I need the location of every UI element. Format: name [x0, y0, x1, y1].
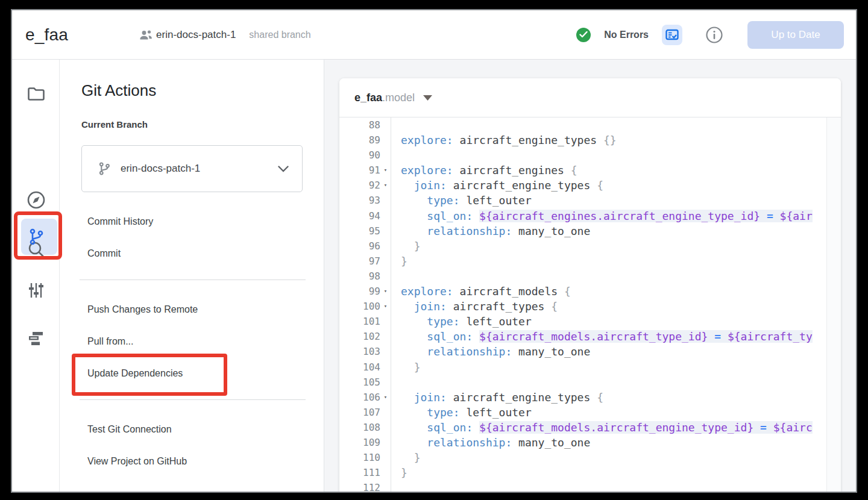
- code-text: type: left_outer: [391, 314, 841, 329]
- git-menu-item[interactable]: Commit: [81, 248, 306, 260]
- line-number: 99: [339, 284, 380, 299]
- code-text: }: [391, 465, 841, 480]
- code-line[interactable]: 103 relationship: many_to_one: [339, 344, 841, 359]
- sidebar-item-git-actions[interactable]: [12, 223, 60, 250]
- lookml-validator-button[interactable]: [662, 25, 682, 45]
- code-line[interactable]: 90: [339, 148, 841, 163]
- code-line[interactable]: 107 type: left_outer: [339, 405, 841, 420]
- fold-toggle-icon[interactable]: ▾: [380, 390, 391, 405]
- code-line[interactable]: 91▾explore: aircraft_engines {: [339, 163, 841, 178]
- code-text: sql_on: ${aircraft_models.aircraft_type_…: [391, 329, 841, 344]
- line-number: 104: [339, 360, 380, 375]
- code-text: relationship: many_to_one: [391, 435, 841, 450]
- code-text: sql_on: ${aircraft_models.aircraft_engin…: [391, 420, 841, 435]
- top-header: e_faa erin-docs-patch-1 shared branch No…: [12, 10, 856, 60]
- fold-spacer: [380, 148, 391, 163]
- up-to-date-button[interactable]: Up to Date: [747, 21, 844, 49]
- fold-spacer: [380, 133, 391, 148]
- code-line[interactable]: 101 type: left_outer: [339, 314, 841, 329]
- code-line[interactable]: 109 relationship: many_to_one: [339, 435, 841, 450]
- code-line[interactable]: 102 sql_on: ${aircraft_models.aircraft_t…: [339, 329, 841, 344]
- icon-rail: [12, 60, 60, 492]
- code-line[interactable]: 88: [339, 117, 841, 133]
- code-text: type: left_outer: [391, 193, 841, 208]
- fold-toggle-icon[interactable]: ▾: [380, 284, 391, 299]
- sidebar-item-explore[interactable]: [12, 187, 60, 213]
- code-line[interactable]: 111}: [339, 465, 841, 480]
- code-line[interactable]: 92▾ join: aircraft_engine_types {: [339, 178, 841, 193]
- code-line[interactable]: 95 relationship: many_to_one: [339, 223, 841, 239]
- code-line[interactable]: 97}: [339, 254, 841, 269]
- line-number: 110: [339, 450, 380, 465]
- app-window: e_faa erin-docs-patch-1 shared branch No…: [11, 9, 857, 493]
- sidebar-item-settings[interactable]: [12, 277, 60, 304]
- editor-scrollbar[interactable]: [826, 117, 841, 492]
- code-text: [391, 480, 841, 492]
- code-text: relationship: many_to_one: [391, 223, 841, 239]
- line-number: 112: [339, 480, 380, 492]
- folder-icon: [27, 87, 45, 101]
- fold-spacer: [380, 314, 391, 329]
- code-line[interactable]: 99▾explore: aircraft_models {: [339, 284, 841, 299]
- code-line[interactable]: 96 }: [339, 239, 841, 254]
- code-editor[interactable]: 8889explore: aircraft_engine_types {}909…: [339, 117, 841, 492]
- fold-spacer: [380, 375, 391, 390]
- fold-toggle-icon[interactable]: ▾: [380, 163, 391, 178]
- sidebar-item-object-browser[interactable]: [12, 325, 60, 352]
- fold-spacer: [380, 223, 391, 239]
- shared-users-icon: [138, 28, 154, 42]
- current-branch-label: Current Branch: [81, 119, 306, 130]
- code-line[interactable]: 89explore: aircraft_engine_types {}: [339, 133, 841, 148]
- git-menu-item[interactable]: Pull from...: [81, 336, 306, 348]
- git-menu-item[interactable]: Test Git Connection: [81, 423, 306, 436]
- code-line[interactable]: 106▾ join: aircraft_engine_types {: [339, 390, 841, 405]
- settings-tune-icon: [27, 281, 45, 299]
- info-button[interactable]: [705, 26, 723, 44]
- fold-spacer: [380, 405, 391, 420]
- file-menu-caret-icon[interactable]: [423, 95, 432, 101]
- code-text: [391, 148, 841, 163]
- line-number: 105: [339, 375, 380, 390]
- code-line[interactable]: 104 }: [339, 360, 841, 375]
- code-line[interactable]: 98: [339, 269, 841, 284]
- code-text: join: aircraft_types {: [391, 299, 841, 314]
- code-text: join: aircraft_engine_types {: [391, 390, 841, 405]
- branch-type-label: shared branch: [249, 30, 310, 40]
- code-line[interactable]: 108 sql_on: ${aircraft_models.aircraft_e…: [339, 420, 841, 435]
- fold-spacer: [380, 193, 391, 208]
- line-number: 107: [339, 405, 380, 420]
- code-text: }: [391, 450, 841, 465]
- branch-selector-value: erin-docs-patch-1: [121, 163, 200, 175]
- code-line[interactable]: 110 }: [339, 450, 841, 465]
- code-line[interactable]: 105: [339, 375, 841, 390]
- fold-toggle-icon[interactable]: ▾: [380, 299, 391, 314]
- line-number: 88: [339, 117, 380, 133]
- line-number: 101: [339, 314, 380, 329]
- gutter-divider: [391, 117, 391, 492]
- code-line[interactable]: 93 type: left_outer: [339, 193, 841, 208]
- git-menu-item[interactable]: View Project on GitHub: [81, 455, 306, 467]
- fold-spacer: [380, 254, 391, 269]
- git-menu-item[interactable]: Push Changes to Remote: [81, 304, 306, 316]
- line-number: 108: [339, 420, 380, 435]
- line-number: 90: [339, 148, 380, 163]
- code-text: explore: aircraft_models {: [391, 284, 841, 299]
- line-number: 89: [339, 133, 380, 148]
- sidebar-item-file-browser[interactable]: [12, 81, 60, 107]
- project-title: e_faa: [25, 25, 68, 45]
- line-number: 97: [339, 254, 380, 269]
- explore-compass-icon: [27, 190, 46, 210]
- fold-spacer: [380, 360, 391, 375]
- menu-divider: [80, 399, 306, 400]
- code-line[interactable]: 100▾ join: aircraft_types {: [339, 299, 841, 314]
- fold-toggle-icon[interactable]: ▾: [380, 178, 391, 193]
- panel-title: Git Actions: [81, 81, 306, 100]
- header-branch[interactable]: erin-docs-patch-1: [138, 28, 236, 42]
- code-line[interactable]: 94 sql_on: ${aircraft_engines.aircraft_e…: [339, 208, 841, 223]
- code-line[interactable]: 112: [339, 480, 841, 492]
- git-menu-item[interactable]: Update Dependencies: [81, 367, 306, 380]
- line-number: 102: [339, 329, 380, 344]
- branch-selector[interactable]: erin-docs-patch-1: [81, 145, 303, 192]
- git-menu-item[interactable]: Commit History: [81, 216, 306, 228]
- branch-name: erin-docs-patch-1: [156, 29, 236, 41]
